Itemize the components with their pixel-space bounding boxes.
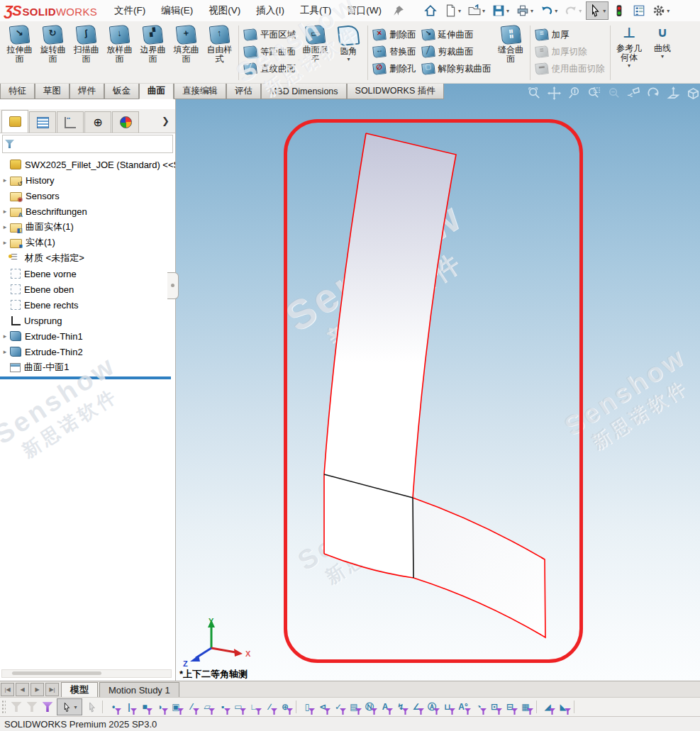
filter-blocks-icon[interactable]: ▦ <box>518 699 533 715</box>
filter-angle-dimensions-icon[interactable]: A° <box>455 699 471 715</box>
toolbar-drag-handle[interactable] <box>1 700 6 714</box>
next-tab-icon[interactable]: ▶ <box>30 683 44 696</box>
thickened-cut-button[interactable]: 加厚切除 <box>533 44 608 60</box>
swept-surface-button[interactable]: 扫描曲面 <box>70 23 103 83</box>
featuremanager-tab[interactable] <box>1 110 28 133</box>
tree-item[interactable]: Ebene rechts <box>0 297 175 313</box>
ruled-surface-button[interactable]: 直纹曲面 <box>241 61 299 77</box>
expand-arrow-icon[interactable]: ▸ <box>0 348 10 355</box>
delete-face-button[interactable]: 删除面 <box>370 27 419 43</box>
filter-weld-symbols-icon[interactable]: ↯ <box>393 699 409 715</box>
filter-connection-points-icon[interactable]: ⊡ <box>487 699 502 715</box>
expand-arrow-icon[interactable]: ▸ <box>0 333 10 340</box>
filled-surface-button[interactable]: 填充曲面 <box>170 23 203 83</box>
untrim-surface-button[interactable]: 解除剪裁曲面 <box>419 61 494 77</box>
flatten-surface-button[interactable]: 曲面展平 <box>299 23 332 83</box>
freeform-button[interactable]: 自由样式 <box>203 23 236 83</box>
undo-icon[interactable]: ▾ <box>538 1 560 20</box>
filter-planes-icon[interactable]: ▱ <box>199 699 215 715</box>
filter-center-marks-icon[interactable]: ⊕ <box>277 699 293 715</box>
curves-button[interactable]: 曲线▾ <box>646 23 679 83</box>
zoom-to-fit-icon[interactable] <box>526 84 543 101</box>
extruded-surface-button[interactable]: 拉伸曲面 <box>3 23 36 83</box>
filter-solid-bodies-icon[interactable]: ▣ <box>168 699 184 715</box>
settings-gear-icon[interactable]: ▾ <box>650 1 672 20</box>
panel-splitter-handle[interactable] <box>167 272 179 299</box>
magnified-selection-icon[interactable] <box>84 699 99 715</box>
filter-weld-beads-icon[interactable]: ∠ <box>409 699 424 715</box>
offset-surface-button[interactable]: 等距曲面 <box>241 44 299 60</box>
filter-surface-bodies-icon[interactable]: ◗ <box>152 699 168 715</box>
fillet-button[interactable]: 圆角▾ <box>332 23 365 83</box>
revolved-surface-button[interactable]: 旋转曲面 <box>36 23 70 83</box>
cut-with-surface-button[interactable]: 使用曲面切除 <box>533 61 608 77</box>
tree-item[interactable]: ▸ Extrude-Thin2 <box>0 344 175 359</box>
first-tab-icon[interactable]: |◀ <box>1 683 14 696</box>
filter-sketches-icon[interactable]: ▭ <box>230 699 246 715</box>
redo-icon[interactable]: ▾ <box>562 1 584 20</box>
scrollbar-thumb[interactable] <box>12 671 101 675</box>
rollback-bar[interactable] <box>0 376 171 379</box>
command-tab[interactable]: 特征 <box>0 84 35 99</box>
expand-arrow-icon[interactable]: ▸ <box>0 177 10 184</box>
tree-item[interactable]: ▸ 曲面实体(1) <box>0 219 175 235</box>
tree-root[interactable]: SWX2025_Fillet_JOE (Standard) <<Sta <box>0 157 175 172</box>
filter-midpoints-icon[interactable]: ∕ <box>262 699 277 715</box>
lofted-surface-button[interactable]: 放样曲面 <box>103 23 136 83</box>
command-tab[interactable]: 钣金 <box>104 84 139 99</box>
replace-face-button[interactable]: 替换面 <box>370 44 419 60</box>
filter-sketch-segments-icon[interactable]: ∟ <box>246 699 262 715</box>
zoom-out-icon[interactable] <box>605 84 623 101</box>
tree-item[interactable]: Ebene oben <box>0 281 175 297</box>
expand-arrow-icon[interactable]: ▸ <box>0 223 10 230</box>
menu-item[interactable]: 窗口(W) <box>347 4 382 17</box>
filter-annotations-icon[interactable]: A <box>377 699 393 715</box>
zoom-to-area-icon[interactable] <box>585 84 603 101</box>
knit-surface-button[interactable]: 缝合曲面 <box>494 23 528 83</box>
document-tab[interactable]: 模型 <box>61 682 98 698</box>
thicken-button[interactable]: 加厚 <box>533 27 608 43</box>
filter-review-annotations-icon[interactable]: Ⓐ <box>424 699 440 715</box>
command-tab[interactable]: 曲面 <box>139 84 174 99</box>
previous-tab-icon[interactable]: ◀ <box>16 683 29 696</box>
boundary-surface-button[interactable]: 边界曲面 <box>136 23 170 83</box>
filter-dowel-pins-icon[interactable]: ⊔ <box>440 699 455 715</box>
new-file-icon[interactable]: ▾ <box>441 1 464 20</box>
tree-item[interactable]: ▸ Beschriftungen <box>0 203 175 219</box>
propertymanager-tab[interactable] <box>29 111 56 133</box>
select-cursor-icon[interactable]: ▾ <box>586 1 609 20</box>
tree-item[interactable]: ▸ History <box>0 172 175 188</box>
filter-balloons-icon[interactable]: Ⓝ <box>362 699 377 715</box>
tree-filter-input[interactable] <box>17 138 172 150</box>
planar-surface-button[interactable]: 平面区域 <box>241 27 299 43</box>
filter-section-views-icon[interactable]: ◔ <box>471 699 487 715</box>
command-tab[interactable]: 焊件 <box>70 84 104 99</box>
home-icon[interactable] <box>421 1 440 20</box>
view-orientation-icon[interactable] <box>684 84 700 101</box>
filter-routing-points-icon[interactable]: ⊟ <box>502 699 518 715</box>
clear-filter-icon[interactable] <box>9 699 24 715</box>
filter-vertices-icon[interactable]: • <box>106 699 121 715</box>
pin-icon[interactable] <box>393 5 404 16</box>
filter-sketch-points-icon[interactable]: ▪ <box>215 699 230 715</box>
rebuild-traffic-light-icon[interactable] <box>610 1 628 20</box>
tree-item[interactable]: ▸ Extrude-Thin1 <box>0 328 175 344</box>
rotate-view-icon[interactable] <box>645 84 662 101</box>
filter-notes-icon[interactable]: ▤ <box>346 699 362 715</box>
trim-surface-button[interactable]: 剪裁曲面 <box>419 44 494 60</box>
filter-coordinate-systems-icon[interactable]: ◢ <box>540 699 555 715</box>
delete-hole-button[interactable]: 删除孔 <box>370 61 419 77</box>
document-tab[interactable]: Motion Study 1 <box>99 682 179 698</box>
open-file-icon[interactable]: ▾ <box>465 1 488 20</box>
tree-item[interactable]: 曲面-中面1 <box>0 359 175 375</box>
filter-dimensions-icon[interactable]: ▯ <box>299 699 315 715</box>
filter-reference-points-icon[interactable]: ◣ <box>555 699 571 715</box>
save-icon[interactable]: ▾ <box>489 1 512 20</box>
clear-all-filters-icon[interactable] <box>24 699 40 715</box>
select-cursor-icon[interactable]: ▾ <box>57 698 82 715</box>
viewport-canvas[interactable]: Senshow新思诺软件 Senshow新思诺软件 Senshow新思诺软件 Y… <box>176 84 700 681</box>
panel-expand-arrow-icon[interactable]: ❯ <box>162 116 170 126</box>
expand-arrow-icon[interactable]: ▸ <box>0 208 10 215</box>
tree-item[interactable]: Ebene vorne <box>0 266 175 281</box>
displaymanager-tab[interactable] <box>112 111 139 133</box>
